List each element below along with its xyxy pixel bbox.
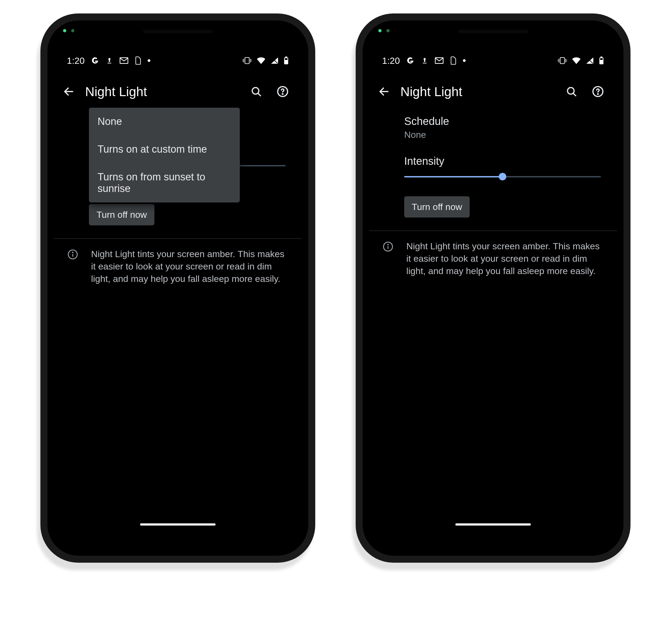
info-icon <box>62 248 84 260</box>
svg-rect-4 <box>285 57 287 58</box>
help-button[interactable] <box>586 80 610 103</box>
page-title: Night Light <box>400 84 462 99</box>
phone-frame: 1:20 <box>356 13 631 563</box>
svg-rect-2 <box>245 58 249 64</box>
status-bar: 1:20 <box>54 46 302 76</box>
intensity-slider[interactable] <box>404 173 601 181</box>
nav-pill[interactable] <box>455 524 531 526</box>
help-button[interactable] <box>271 80 295 103</box>
info-text: Night Light tints your screen amber. Thi… <box>406 240 601 277</box>
phone-earpiece <box>458 30 528 33</box>
wifi-icon <box>572 57 581 64</box>
battery-icon <box>283 57 289 65</box>
back-button[interactable] <box>372 80 396 103</box>
sim-icon <box>135 57 141 65</box>
app-header: Night Light <box>54 76 302 108</box>
phone-mock-left: 1:20 <box>40 13 315 563</box>
app-header: Night Light <box>369 76 617 108</box>
search-button[interactable] <box>244 80 269 103</box>
led-green <box>378 29 382 32</box>
battery-icon <box>599 57 604 65</box>
svg-rect-16 <box>600 58 603 60</box>
svg-rect-5 <box>285 58 287 60</box>
svg-rect-15 <box>600 57 603 58</box>
upload-icon <box>421 57 428 65</box>
info-row: Night Light tints your screen amber. Thi… <box>369 231 617 287</box>
status-left: 1:20 <box>67 56 150 66</box>
gmail-icon <box>120 57 128 64</box>
phone-earpiece <box>143 30 213 33</box>
search-button[interactable] <box>559 80 584 103</box>
phone-leds <box>63 29 74 32</box>
schedule-label: Schedule <box>404 115 601 127</box>
svg-point-8 <box>282 94 283 94</box>
info-text: Night Light tints your screen amber. Thi… <box>91 248 286 285</box>
intensity-label: Intensity <box>404 155 601 167</box>
info-icon <box>377 240 399 252</box>
dot-icon <box>148 59 150 62</box>
svg-rect-0 <box>108 63 111 63</box>
content-area: Schedule None Intensity Turn off now <box>369 108 617 530</box>
status-bar: 1:20 <box>369 46 617 76</box>
intensity-slider-wrap <box>369 170 617 191</box>
google-icon <box>406 57 414 65</box>
info-row: Night Light tints your screen amber. Thi… <box>54 239 302 294</box>
signal-icon <box>271 57 279 64</box>
wifi-icon <box>256 57 266 64</box>
slider-fill <box>404 176 503 177</box>
screen: 1:20 <box>54 46 302 530</box>
status-right <box>558 57 604 65</box>
vibrate-icon <box>558 57 567 64</box>
nav-pill[interactable] <box>140 524 216 526</box>
turn-off-button[interactable]: Turn off now <box>89 204 155 225</box>
menu-option-custom[interactable]: Turns on at custom time <box>89 136 240 163</box>
vibrate-icon <box>243 57 252 64</box>
svg-rect-11 <box>423 63 426 63</box>
phone-frame: 1:20 <box>40 13 315 563</box>
schedule-value: None <box>404 129 601 140</box>
back-button[interactable] <box>57 80 81 103</box>
upload-icon <box>106 57 113 65</box>
google-icon <box>91 57 99 65</box>
sim-icon <box>450 57 456 65</box>
screen: 1:20 <box>369 46 617 530</box>
svg-rect-13 <box>560 58 564 64</box>
svg-point-21 <box>388 244 388 245</box>
dot-icon <box>463 59 466 62</box>
signal-icon <box>586 57 594 64</box>
status-time: 1:20 <box>382 56 400 66</box>
svg-point-19 <box>598 94 598 94</box>
slider-thumb[interactable] <box>499 173 506 180</box>
gmail-icon <box>435 57 444 64</box>
menu-option-none[interactable]: None <box>89 108 240 136</box>
menu-option-sunset[interactable]: Turns on from sunset to sunrise <box>89 163 240 203</box>
action-row: Turn off now <box>54 199 302 236</box>
led-dim <box>71 29 74 32</box>
phone-mock-right: 1:20 <box>356 13 631 563</box>
svg-point-10 <box>73 252 73 253</box>
status-time: 1:20 <box>67 56 85 66</box>
status-left: 1:20 <box>382 56 466 66</box>
phone-leds <box>378 29 390 32</box>
led-dim <box>386 29 390 32</box>
schedule-setting[interactable]: Schedule None <box>369 108 617 148</box>
schedule-menu: None Turns on at custom time Turns on fr… <box>89 108 240 203</box>
led-green <box>63 29 66 32</box>
action-row: Turn off now <box>369 191 617 228</box>
turn-off-button[interactable]: Turn off now <box>404 196 470 217</box>
intensity-setting: Intensity <box>369 148 617 170</box>
page-title: Night Light <box>85 84 147 99</box>
status-right <box>243 57 289 65</box>
content-area: None Turns on at custom time Turns on fr… <box>54 108 302 530</box>
